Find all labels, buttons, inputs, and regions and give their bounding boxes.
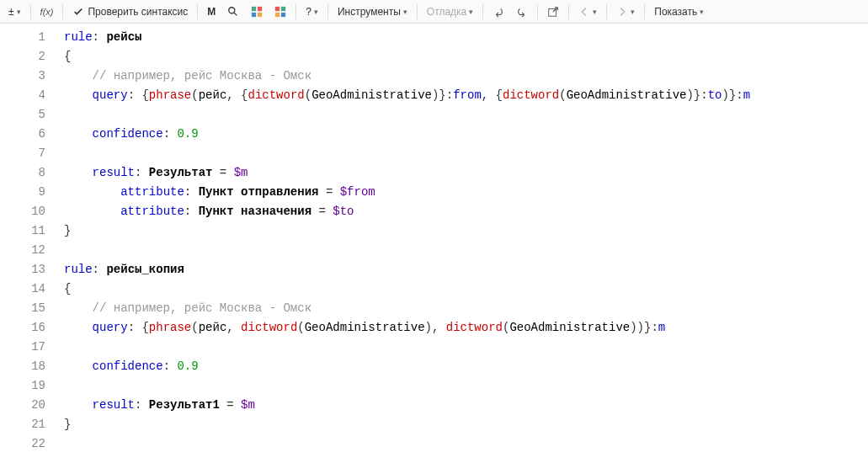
separator [30, 4, 31, 19]
line-number: 22 [0, 434, 45, 454]
instruments-button[interactable]: Инструменты▾ [333, 3, 413, 21]
fx-icon: f(x) [40, 7, 54, 17]
separator [296, 4, 296, 19]
line-number: 3 [0, 67, 45, 86]
line-number: 20 [0, 396, 45, 415]
separator [537, 4, 538, 19]
check-syntax-label: Проверить синтаксис [88, 6, 188, 18]
line-number: 5 [0, 105, 45, 125]
code-line[interactable]: rule: рейсы_копия [64, 260, 868, 279]
code-editor[interactable]: 12345678910111213141516171819202122 rule… [0, 24, 868, 463]
plus-minus-button[interactable]: ±▾ [3, 3, 26, 21]
line-number: 8 [0, 163, 45, 183]
code-line[interactable] [64, 144, 868, 163]
code-line[interactable]: // например, рейс Москва - Омск [64, 67, 868, 86]
line-number: 12 [0, 241, 45, 260]
help-button[interactable]: ?▾ [301, 3, 323, 21]
m-icon: M [207, 6, 216, 18]
line-number: 16 [0, 318, 45, 338]
separator [644, 4, 645, 19]
line-number: 15 [0, 299, 45, 318]
code-line[interactable]: } [64, 221, 868, 241]
separator [327, 4, 328, 19]
line-number: 2 [0, 47, 45, 67]
line-number: 10 [0, 202, 45, 221]
line-number: 17 [0, 338, 45, 357]
code-line[interactable]: confidence: 0.9 [64, 357, 868, 376]
code-line[interactable]: attribute: Пункт назначения = $to [64, 202, 868, 221]
line-number: 6 [0, 125, 45, 144]
code-line[interactable]: // например, рейс Москва - Омск [64, 299, 868, 318]
show-label: Показать [654, 6, 697, 18]
arrow-right-icon [616, 6, 628, 18]
svg-point-0 [229, 7, 235, 13]
chevron-down-icon: ▾ [593, 8, 597, 16]
code-area[interactable]: rule: рейсы{ // например, рейс Москва - … [61, 24, 868, 463]
instruments-label: Инструменты [338, 6, 401, 18]
separator [197, 4, 198, 19]
svg-rect-6 [275, 6, 280, 10]
line-number: 4 [0, 86, 45, 105]
m-button[interactable]: M [202, 3, 221, 21]
undo-icon [493, 6, 504, 18]
forward-button[interactable]: ▾ [611, 3, 640, 21]
grid-color-button-1[interactable] [246, 3, 268, 21]
svg-rect-7 [281, 6, 285, 10]
line-number: 9 [0, 183, 45, 202]
chevron-down-icon: ▾ [314, 8, 318, 16]
code-line[interactable]: rule: рейсы [64, 28, 868, 47]
fx-button[interactable]: f(x) [35, 3, 59, 21]
separator [568, 4, 569, 19]
svg-rect-4 [252, 12, 256, 16]
chevron-down-icon: ▾ [403, 8, 407, 16]
line-number: 11 [0, 221, 45, 241]
chevron-down-icon: ▾ [17, 8, 21, 16]
code-line[interactable]: { [64, 279, 868, 299]
svg-line-1 [234, 12, 237, 15]
code-line[interactable]: query: {phrase(рейс, {dictword(GeoAdmini… [64, 86, 868, 105]
line-number: 18 [0, 357, 45, 376]
show-button[interactable]: Показать▾ [649, 3, 709, 21]
code-line[interactable] [64, 105, 868, 125]
svg-rect-3 [258, 6, 262, 10]
line-number: 14 [0, 279, 45, 299]
line-number: 19 [0, 376, 45, 396]
check-syntax-button[interactable]: Проверить синтаксис [67, 3, 193, 21]
search-icon [227, 6, 239, 18]
chevron-down-icon: ▾ [631, 8, 635, 16]
code-line[interactable]: result: Результат1 = $m [64, 396, 868, 415]
help-icon: ? [306, 6, 312, 18]
search-button[interactable] [222, 3, 244, 21]
chevron-down-icon: ▾ [700, 8, 704, 16]
svg-rect-8 [275, 12, 280, 16]
code-line[interactable]: } [64, 415, 868, 434]
svg-rect-2 [252, 6, 256, 10]
separator [606, 4, 607, 19]
separator [62, 4, 63, 19]
code-line[interactable] [64, 241, 868, 260]
svg-rect-9 [281, 12, 285, 16]
external-link-icon [547, 6, 559, 18]
code-line[interactable] [64, 338, 868, 357]
line-number: 7 [0, 144, 45, 163]
code-line[interactable]: attribute: Пункт отправления = $from [64, 183, 868, 202]
grid-color-button-2[interactable] [269, 3, 291, 21]
code-line[interactable] [64, 376, 868, 396]
chevron-down-icon: ▾ [469, 8, 473, 16]
grid-icon [274, 6, 286, 18]
code-line[interactable] [64, 434, 868, 454]
line-number: 21 [0, 415, 45, 434]
code-line[interactable]: { [64, 47, 868, 67]
undo-button[interactable] [487, 3, 509, 21]
separator [417, 4, 418, 19]
code-line[interactable]: confidence: 0.9 [64, 125, 868, 144]
external-button[interactable] [542, 3, 564, 21]
debug-label: Отладка [427, 6, 466, 18]
code-line[interactable]: query: {phrase(рейс, dictword(GeoAdminis… [64, 318, 868, 338]
debug-button[interactable]: Отладка▾ [422, 3, 478, 21]
grid-icon [251, 6, 263, 18]
redo-button[interactable] [511, 3, 533, 21]
code-line[interactable]: result: Результат = $m [64, 163, 868, 183]
back-button[interactable]: ▾ [573, 3, 602, 21]
toolbar: ±▾ f(x) Проверить синтаксис M ?▾ Инструм… [0, 0, 868, 24]
